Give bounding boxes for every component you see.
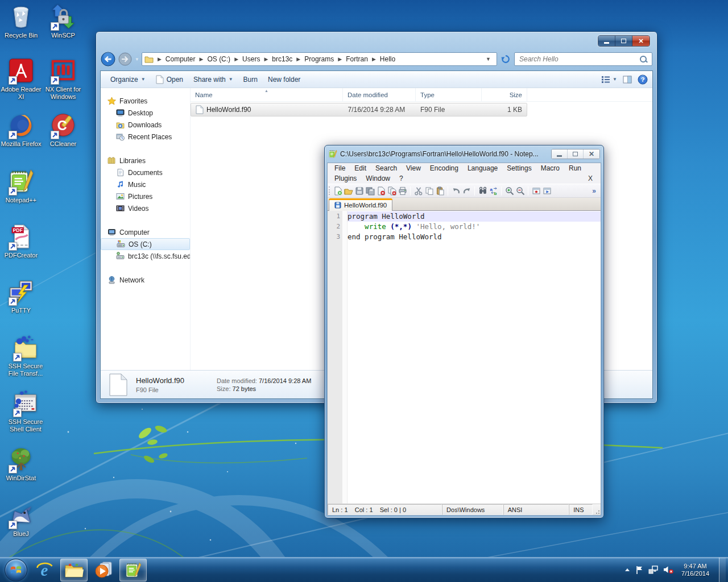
desktop-icon-ccleaner[interactable]: CCCleaner: [42, 112, 84, 148]
desktop-icon-nx-client[interactable]: NX Client for Windows: [42, 57, 84, 101]
new-file-icon[interactable]: [332, 185, 343, 196]
sidebar-item-documents[interactable]: Documents: [101, 167, 190, 178]
sidebar-item-network[interactable]: Network: [101, 274, 190, 286]
notepad-titlebar[interactable]: C:\Users\brc13c\Programs\Fortran\Hello\H…: [328, 147, 600, 161]
menu-encoding[interactable]: Encoding: [425, 164, 463, 173]
breadcrumb-separator[interactable]: ▶: [197, 56, 206, 62]
notepad-restore-button[interactable]: [568, 149, 584, 159]
code-editor[interactable]: 123 program HelloWorld write (*,*) 'Hell…: [328, 211, 601, 504]
breadcrumb-item-os-c-[interactable]: OS (C:): [206, 55, 231, 63]
action-center-icon[interactable]: [635, 566, 643, 575]
burn-button[interactable]: Burn: [238, 74, 263, 85]
breadcrumb-separator[interactable]: ▶: [369, 56, 379, 62]
show-hidden-icons-button[interactable]: [624, 568, 630, 572]
menu-search[interactable]: Search: [371, 164, 402, 173]
sidebar-item-favorites[interactable]: Favorites: [101, 95, 190, 107]
sidebar-item-pictures[interactable]: Pictures: [101, 190, 190, 202]
search-box[interactable]: [514, 52, 652, 66]
change-view-button[interactable]: ▼: [601, 76, 617, 84]
replace-icon[interactable]: ab: [488, 185, 499, 196]
menu-run[interactable]: Run: [564, 164, 586, 173]
breadcrumb-item-brc13c[interactable]: brc13c: [271, 55, 293, 63]
desktop-icon-putty[interactable]: PuTTY: [0, 278, 42, 314]
column-header-date-modified[interactable]: Date modified: [343, 88, 416, 101]
open-button[interactable]: Open: [151, 73, 188, 86]
refresh-button[interactable]: [499, 52, 512, 66]
breadcrumb-separator[interactable]: ▶: [335, 56, 345, 62]
menu-help[interactable]: ?: [395, 174, 408, 183]
sidebar-item-libraries[interactable]: Libraries: [101, 155, 190, 167]
sidebar-item-computer[interactable]: Computer: [101, 226, 190, 238]
volume-muted-icon[interactable]: [663, 566, 674, 574]
sidebar-item-music[interactable]: Music: [101, 178, 190, 190]
breadcrumb-separator[interactable]: ▶: [231, 56, 241, 62]
menu-plugins[interactable]: Plugins: [330, 174, 361, 183]
copy-icon[interactable]: [424, 185, 435, 196]
organize-button[interactable]: Organize▼: [105, 74, 151, 85]
redo-icon[interactable]: [461, 185, 472, 196]
menu-view[interactable]: View: [402, 164, 425, 173]
breadcrumb-separator[interactable]: ▶: [261, 56, 271, 62]
taskbar-clock[interactable]: 9:47 AM 7/16/2014: [681, 563, 709, 577]
internet-explorer-button[interactable]: e: [31, 559, 58, 581]
menu-language[interactable]: Language: [463, 164, 502, 173]
start-button[interactable]: [5, 559, 27, 581]
explorer-minimize-button[interactable]: [598, 36, 615, 46]
find-icon[interactable]: [477, 185, 488, 196]
desktop-icon-notepad-pp[interactable]: Notepad++: [0, 168, 42, 204]
desktop-icon-winscp[interactable]: WinSCP: [42, 3, 84, 39]
undo-icon[interactable]: [450, 185, 461, 196]
address-bar[interactable]: ▶Computer▶OS (C:)▶Users▶brc13c▶Programs▶…: [142, 52, 497, 66]
save-all-icon[interactable]: [365, 185, 375, 196]
share-with-button[interactable]: Share with▼: [188, 74, 238, 85]
breadcrumb-item-programs[interactable]: Programs: [303, 55, 335, 63]
desktop-icon-pdfcreator[interactable]: PDFPDFCreator: [0, 223, 42, 259]
search-icon[interactable]: [640, 56, 647, 63]
open-icon[interactable]: [343, 185, 354, 196]
menu-window[interactable]: Window: [361, 174, 395, 183]
save-icon[interactable]: [354, 185, 365, 196]
menu-settings[interactable]: Settings: [502, 164, 536, 173]
desktop-icon-adobe-reader[interactable]: Adobe Reader XI: [0, 57, 42, 101]
media-player-button[interactable]: [90, 559, 117, 581]
column-header-size[interactable]: Size: [482, 88, 527, 101]
back-button[interactable]: [101, 52, 115, 66]
column-header-type[interactable]: Type: [416, 88, 482, 101]
desktop-icon-ssh-file-transfer[interactable]: SSH Secure File Transf...: [5, 334, 47, 377]
sidebar-item-os-c-[interactable]: OS (C:): [101, 238, 190, 250]
sidebar-item-recent-places[interactable]: Recent Places: [101, 131, 190, 143]
zoom-out-icon[interactable]: [515, 185, 526, 196]
breadcrumb-separator[interactable]: ▶: [293, 56, 303, 62]
desktop-icon-windirstat[interactable]: WinDirStat: [0, 446, 42, 482]
close-icon[interactable]: [375, 185, 386, 196]
cut-icon[interactable]: [413, 185, 424, 196]
paste-icon[interactable]: [435, 185, 445, 196]
toolbar-overflow-button[interactable]: »: [590, 187, 598, 195]
explorer-titlebar[interactable]: ✕: [96, 32, 657, 51]
desktop-icon-firefox[interactable]: Mozilla Firefox: [0, 112, 42, 148]
notepad-close-button[interactable]: ✕: [584, 149, 599, 159]
notepad-plus-plus-button[interactable]: [119, 559, 147, 581]
menu-edit[interactable]: Edit: [350, 164, 371, 173]
menu-macro[interactable]: Macro: [536, 164, 564, 173]
desktop-icon-recycle-bin[interactable]: Recycle Bin: [0, 3, 42, 39]
network-icon[interactable]: [648, 566, 658, 574]
menu-file[interactable]: File: [330, 164, 350, 173]
breadcrumb-item-computer[interactable]: Computer: [164, 55, 197, 63]
forward-button[interactable]: [118, 52, 133, 66]
show-desktop-button[interactable]: [719, 558, 726, 582]
resize-grip[interactable]: [593, 504, 601, 515]
breadcrumb-item-users[interactable]: Users: [241, 55, 261, 63]
close-document-button[interactable]: X: [582, 174, 598, 182]
tab-helloworld-f90[interactable]: HelloWorld.f90: [329, 199, 392, 211]
address-dropdown-arrow[interactable]: ▼: [482, 56, 494, 62]
sidebar-item-brc13c-fs-sc-fsu-ed[interactable]: brc13c (\\fs.sc.fsu.ed: [101, 250, 190, 262]
play-macro-icon[interactable]: [541, 185, 552, 196]
sidebar-item-desktop[interactable]: Desktop: [101, 107, 190, 119]
explorer-close-button[interactable]: ✕: [632, 36, 650, 46]
breadcrumb-item-fortran[interactable]: Fortran: [345, 55, 369, 63]
notepad-minimize-button[interactable]: [552, 149, 568, 159]
explorer-maximize-button[interactable]: [615, 36, 632, 46]
sidebar-item-videos[interactable]: Videos: [101, 202, 190, 214]
help-button[interactable]: ?: [638, 74, 648, 85]
